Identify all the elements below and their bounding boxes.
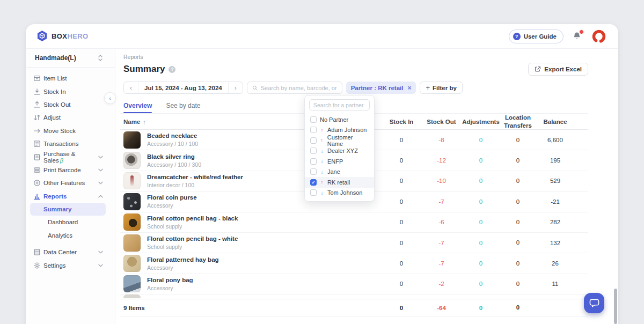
date-range-value[interactable]: Jul 15, 2024 - Aug 13, 2024 bbox=[138, 82, 229, 93]
table-row[interactable]: Floral cotton pencil bag - blackSchool s… bbox=[120, 212, 588, 233]
arrow-down-icon: ↓ bbox=[320, 190, 324, 196]
sidebar-item-other-features[interactable]: Other Features bbox=[26, 176, 115, 189]
user-guide-label: User Guide bbox=[524, 33, 557, 40]
arrow-right-icon bbox=[33, 127, 41, 135]
sidebar-item-stock-out[interactable]: Stock Out bbox=[26, 98, 115, 111]
page-title: Summary bbox=[123, 64, 165, 75]
chevron-up-icon bbox=[98, 195, 103, 198]
item-thumbnail bbox=[123, 131, 141, 149]
filter-by-button[interactable]: + Filter by bbox=[420, 82, 462, 94]
sidebar-item-reports[interactable]: Reports bbox=[26, 190, 115, 203]
partner-option-enfp[interactable]: ↓ ENFP bbox=[305, 156, 374, 167]
sidebar-item-stock-in[interactable]: Stock In bbox=[26, 85, 115, 98]
boxhero-logo-icon bbox=[36, 30, 48, 42]
chat-bubble-icon bbox=[589, 299, 599, 308]
scrollbar-thumb[interactable] bbox=[614, 289, 617, 324]
checkbox-icon[interactable] bbox=[310, 116, 317, 123]
workspace-switcher[interactable]: Handmade(L) bbox=[26, 49, 115, 68]
table-row[interactable]: Floral patterned hay bagAccessory 0 -7 0… bbox=[120, 253, 588, 274]
sidebar-item-purchase-sales[interactable]: Purchase & Salesβ bbox=[26, 150, 115, 163]
app-window: BOXHERO ? User Guide bbox=[26, 24, 618, 324]
export-icon bbox=[535, 66, 541, 72]
chat-button[interactable] bbox=[584, 293, 604, 313]
checkbox-icon[interactable] bbox=[310, 168, 317, 175]
gear-icon bbox=[33, 262, 41, 269]
boxhero-logo[interactable]: BOXHERO bbox=[36, 30, 89, 42]
sidebar-collapse-button[interactable]: ‹ bbox=[104, 92, 116, 104]
user-guide-button[interactable]: ? User Guide bbox=[509, 30, 564, 43]
chip-close-icon[interactable]: × bbox=[407, 84, 411, 92]
checkbox-checked-icon[interactable]: ✓ bbox=[310, 179, 317, 186]
help-icon[interactable]: ? bbox=[169, 66, 175, 73]
sidebar-item-print-barcode[interactable]: Print Barcode bbox=[26, 164, 115, 176]
checkbox-icon[interactable] bbox=[310, 158, 317, 165]
table-footer: 9 Items 0 -64 0 0 bbox=[120, 299, 588, 316]
sidebar-item-summary[interactable]: Summary bbox=[30, 203, 106, 216]
chevron-down-icon bbox=[98, 168, 103, 172]
item-search-input-wrap bbox=[247, 82, 342, 94]
logo-text: BOXHERO bbox=[52, 32, 89, 40]
sidebar-item-dashboard[interactable]: Dashboard bbox=[30, 216, 106, 229]
arrow-up-tray-icon bbox=[33, 101, 41, 108]
item-thumbnail bbox=[123, 275, 141, 292]
item-search-input[interactable] bbox=[261, 85, 337, 91]
breadcrumb: Reports bbox=[123, 54, 588, 60]
avatar[interactable] bbox=[591, 29, 606, 44]
arrow-down-tray-icon bbox=[33, 88, 41, 95]
tab-overview[interactable]: Overview bbox=[123, 102, 152, 113]
sidebar-item-settings[interactable]: Settings bbox=[26, 259, 115, 271]
partner-option-rk-retail[interactable]: ✓ ↑ RK retail bbox=[305, 177, 374, 188]
partner-option-no-partner[interactable]: No Partner bbox=[305, 114, 374, 125]
arrow-down-icon: ↓ bbox=[320, 158, 324, 164]
item-thumbnail bbox=[123, 172, 141, 189]
items-count: 9 Items bbox=[120, 305, 382, 311]
sidebar-item-move-stock[interactable]: Move Stock bbox=[26, 124, 115, 137]
workspace-name: Handmade(L) bbox=[35, 54, 76, 62]
arrow-down-icon: ↓ bbox=[320, 169, 324, 175]
table-row[interactable]: Floral cotton pencil bag - whiteSchool s… bbox=[120, 233, 588, 253]
sidebar-item-data-center[interactable]: Data Center bbox=[26, 246, 115, 259]
column-header-balance[interactable]: Balance bbox=[536, 119, 588, 125]
item-thumbnail bbox=[123, 234, 141, 252]
database-icon bbox=[33, 248, 41, 256]
question-icon: ? bbox=[513, 33, 521, 40]
column-header-location-transfers[interactable]: Location Transfers bbox=[500, 114, 536, 129]
tab-see-by-date[interactable]: See by date bbox=[166, 102, 200, 113]
partner-filter-chip[interactable]: Partner : RK retail × bbox=[346, 82, 416, 94]
main-content: Reports Summary ? Export Excel ‹ Jul 15,… bbox=[115, 49, 618, 324]
notification-badge bbox=[579, 30, 584, 34]
checkbox-icon[interactable] bbox=[310, 127, 317, 133]
sidebar-item-transactions[interactable]: Transactions bbox=[26, 137, 115, 150]
sidebar-nav: Item List Stock In Stock Out Adjust Move… bbox=[26, 68, 115, 272]
notification-bell-icon[interactable] bbox=[572, 31, 583, 42]
partner-option-dealer-xyz[interactable]: ↓ Dealer XYZ bbox=[305, 146, 374, 157]
checkbox-icon[interactable] bbox=[310, 189, 317, 196]
arrow-up-icon: ↑ bbox=[320, 127, 324, 133]
item-thumbnail bbox=[123, 193, 141, 210]
checkbox-icon[interactable] bbox=[310, 137, 317, 144]
item-thumbnail bbox=[123, 255, 141, 272]
column-header-adjustments[interactable]: Adjustments bbox=[462, 119, 500, 125]
sidebar-item-analytics[interactable]: Analytics bbox=[30, 229, 106, 242]
topbar: BOXHERO ? User Guide bbox=[26, 24, 618, 49]
prev-period-button[interactable]: ‹ bbox=[124, 82, 138, 93]
date-range-picker: ‹ Jul 15, 2024 - Aug 13, 2024 › bbox=[123, 82, 243, 94]
avatar-logo bbox=[591, 29, 606, 44]
next-period-button[interactable]: › bbox=[229, 82, 243, 93]
bar-chart-icon bbox=[33, 193, 41, 200]
table-row-partial bbox=[120, 294, 588, 299]
partner-option-jane[interactable]: ↓ Jane bbox=[305, 167, 374, 178]
export-excel-button[interactable]: Export Excel bbox=[528, 63, 588, 76]
partner-search-input[interactable] bbox=[313, 102, 365, 108]
sidebar-item-item-list[interactable]: Item List bbox=[26, 72, 115, 85]
sidebar-item-adjust[interactable]: Adjust bbox=[26, 111, 115, 124]
partner-option-tom-johnson[interactable]: ↓ Tom Johnson bbox=[305, 188, 374, 198]
partner-option-customer-name[interactable]: ↑ Customer Name bbox=[305, 135, 374, 146]
workspace-swap-icon bbox=[98, 55, 103, 61]
sidebar: Handmade(L) Item List Stock In Stock Out bbox=[26, 49, 115, 324]
column-header-stock-in[interactable]: Stock In bbox=[382, 119, 421, 125]
search-icon bbox=[252, 85, 258, 91]
checkbox-icon[interactable] bbox=[310, 148, 317, 154]
column-header-stock-out[interactable]: Stock Out bbox=[421, 119, 462, 125]
table-row[interactable]: Floral pony bagAccessory 0 -2 0 0 11 bbox=[120, 274, 588, 294]
